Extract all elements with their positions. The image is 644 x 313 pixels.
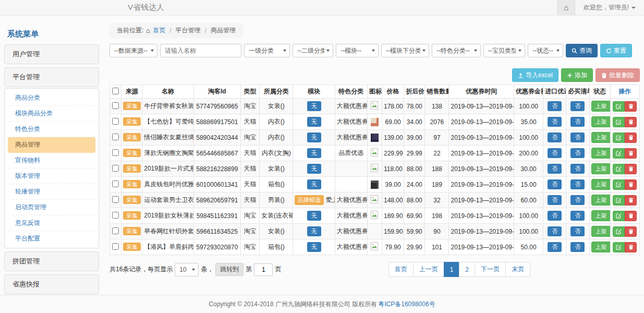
filter-select[interactable]: --特色分类-- xyxy=(432,44,481,57)
reset-button[interactable]: 重置 xyxy=(600,44,632,57)
import-select-toggle[interactable]: 否 xyxy=(548,164,562,174)
delete-button[interactable] xyxy=(625,179,637,190)
batch-delete-button[interactable]: 批量删除 xyxy=(596,68,640,82)
row-checkbox[interactable] xyxy=(112,102,119,109)
sidebar-group[interactable]: 平台管理 xyxy=(4,67,99,87)
edit-button[interactable] xyxy=(613,242,625,252)
status-button[interactable]: 上架 xyxy=(591,116,611,127)
sidebar-group[interactable]: 用户管理 xyxy=(4,44,99,64)
module-none-button[interactable]: 无 xyxy=(307,148,321,158)
jump-page-input[interactable] xyxy=(254,263,273,276)
module-none-button[interactable]: 无 xyxy=(307,226,321,236)
status-button[interactable]: 上架 xyxy=(591,226,611,237)
status-button[interactable]: 上架 xyxy=(591,195,611,206)
import-select-toggle[interactable]: 否 xyxy=(548,101,562,111)
filter-select[interactable]: --数据来源-- xyxy=(110,44,157,57)
import-select-toggle[interactable]: 否 xyxy=(548,226,562,236)
module-none-button[interactable]: 无 xyxy=(307,164,321,174)
module-none-button[interactable]: 无 xyxy=(307,117,321,127)
must-buy-toggle[interactable]: 否 xyxy=(570,242,585,252)
status-button[interactable]: 上架 xyxy=(591,148,611,159)
sidebar-item[interactable]: 版本管理 xyxy=(8,168,95,184)
import-select-toggle[interactable]: 否 xyxy=(548,211,562,221)
page-button[interactable]: 上一页 xyxy=(413,262,444,277)
home-button[interactable]: ⌂ xyxy=(557,0,575,15)
row-checkbox[interactable] xyxy=(112,134,119,140)
edit-button[interactable] xyxy=(613,226,625,237)
add-button[interactable]: 添加 xyxy=(561,68,593,82)
edit-button[interactable] xyxy=(613,117,625,127)
must-buy-toggle[interactable]: 否 xyxy=(570,133,585,142)
import-select-toggle[interactable]: 否 xyxy=(548,133,562,142)
sidebar-item[interactable]: 商品管理 xyxy=(8,137,95,153)
module-none-button[interactable]: 无 xyxy=(307,211,321,221)
status-button[interactable]: 上架 xyxy=(591,163,611,174)
delete-button[interactable] xyxy=(625,101,637,112)
sidebar-item[interactable]: 模块商品分类 xyxy=(8,106,95,122)
delete-button[interactable] xyxy=(625,133,637,143)
import-select-toggle[interactable]: 否 xyxy=(548,117,562,127)
filter-select[interactable]: --状态-- xyxy=(528,44,563,57)
status-button[interactable]: 上架 xyxy=(591,179,611,190)
delete-button[interactable] xyxy=(625,242,637,252)
per-page-select[interactable]: 10 xyxy=(175,263,199,276)
delete-button[interactable] xyxy=(625,148,637,159)
must-buy-toggle[interactable]: 否 xyxy=(570,195,585,205)
module-none-button[interactable]: 无 xyxy=(307,179,321,189)
filter-select[interactable]: --二级分类-- xyxy=(293,44,333,57)
must-buy-toggle[interactable]: 否 xyxy=(570,179,585,189)
page-button[interactable]: 首页 xyxy=(388,262,414,277)
edit-button[interactable] xyxy=(613,148,625,159)
select-all-checkbox[interactable] xyxy=(112,88,119,94)
row-checkbox[interactable] xyxy=(112,118,119,125)
filter-select[interactable]: 一级分类 xyxy=(244,44,290,57)
row-checkbox[interactable] xyxy=(112,149,119,156)
edit-button[interactable] xyxy=(613,164,625,174)
page-button[interactable]: 末页 xyxy=(505,262,530,277)
must-buy-toggle[interactable]: 否 xyxy=(570,101,585,111)
row-checkbox[interactable] xyxy=(112,227,119,234)
status-button[interactable]: 上架 xyxy=(591,101,611,112)
edit-button[interactable] xyxy=(613,101,625,112)
row-checkbox[interactable] xyxy=(112,196,119,203)
status-button[interactable]: 上架 xyxy=(591,132,611,143)
module-none-button[interactable]: 无 xyxy=(307,133,321,142)
must-buy-toggle[interactable]: 否 xyxy=(570,211,585,221)
filter-select[interactable]: --模块-- xyxy=(336,44,379,57)
sidebar-item[interactable]: 商品分类 xyxy=(8,90,95,106)
must-buy-toggle[interactable]: 否 xyxy=(570,148,585,158)
edit-button[interactable] xyxy=(613,133,625,143)
name-search-input[interactable] xyxy=(160,44,241,57)
must-buy-toggle[interactable]: 否 xyxy=(570,117,585,127)
must-buy-toggle[interactable]: 否 xyxy=(570,164,585,174)
breadcrumb-home-link[interactable]: 首页 xyxy=(153,26,165,35)
edit-button[interactable] xyxy=(613,179,625,190)
row-checkbox[interactable] xyxy=(112,180,119,187)
sidebar-item[interactable]: 宣传物料 xyxy=(8,153,95,168)
sidebar-group[interactable]: 省惠快报 xyxy=(4,274,99,294)
filter-select[interactable]: --宝贝类型-- xyxy=(483,44,525,57)
row-checkbox[interactable] xyxy=(112,212,119,219)
delete-button[interactable] xyxy=(625,164,637,174)
delete-button[interactable] xyxy=(625,195,637,206)
import-select-toggle[interactable]: 否 xyxy=(548,242,562,252)
module-none-button[interactable]: 无 xyxy=(307,101,321,111)
status-button[interactable]: 上架 xyxy=(591,210,611,221)
delete-button[interactable] xyxy=(625,117,637,127)
sidebar-item[interactable]: 意见反馈 xyxy=(8,215,95,231)
delete-button[interactable] xyxy=(625,211,637,221)
sidebar-item[interactable]: 特色分类 xyxy=(8,122,95,137)
must-buy-toggle[interactable]: 否 xyxy=(570,226,585,236)
sidebar-item[interactable]: 平台配置 xyxy=(8,231,95,246)
row-checkbox[interactable] xyxy=(112,165,119,172)
edit-button[interactable] xyxy=(613,211,625,221)
import-select-toggle[interactable]: 否 xyxy=(548,179,562,189)
sidebar-item[interactable]: 启动页管理 xyxy=(8,200,95,215)
page-button[interactable]: 下一页 xyxy=(475,262,506,277)
sidebar-item[interactable]: 轮播管理 xyxy=(8,184,95,200)
filter-select[interactable]: --模块下分类-- xyxy=(381,44,429,57)
row-checkbox[interactable] xyxy=(112,243,119,250)
delete-button[interactable] xyxy=(625,226,637,237)
status-button[interactable]: 上架 xyxy=(591,242,611,252)
import-excel-button[interactable]: 导入excel xyxy=(512,68,558,82)
